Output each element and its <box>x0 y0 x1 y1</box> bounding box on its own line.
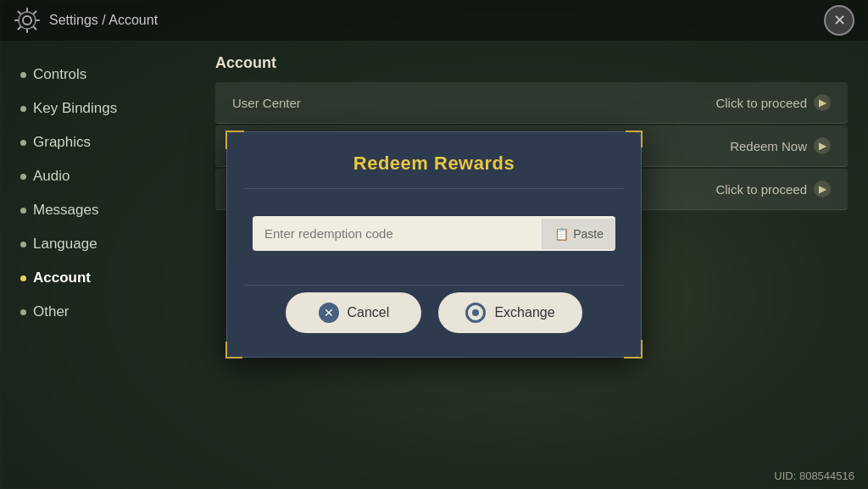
cancel-icon: ✕ <box>319 303 339 323</box>
modal-header: Redeem Rewards <box>227 132 641 188</box>
cancel-label: Cancel <box>348 305 390 320</box>
paste-icon: 📋 <box>554 227 569 241</box>
cancel-button[interactable]: ✕ Cancel <box>286 292 421 333</box>
paste-button[interactable]: 📋 Paste <box>542 219 615 249</box>
modal-overlay: Redeem Rewards 📋 Paste ✕ Cancel Exchange <box>0 0 868 489</box>
input-wrapper: 📋 Paste <box>253 216 615 251</box>
paste-label: Paste <box>573 227 604 241</box>
modal-body: 📋 Paste <box>227 189 641 285</box>
redemption-code-input[interactable] <box>253 216 542 251</box>
modal-title: Redeem Rewards <box>253 153 615 175</box>
corner-decoration-tr <box>626 131 643 147</box>
modal-footer: ✕ Cancel Exchange <box>227 286 641 357</box>
redeem-modal: Redeem Rewards 📋 Paste ✕ Cancel Exchange <box>226 131 642 358</box>
exchange-icon <box>465 303 486 323</box>
exchange-label: Exchange <box>494 305 554 320</box>
corner-decoration-bl <box>225 342 242 358</box>
exchange-button[interactable]: Exchange <box>438 292 581 333</box>
